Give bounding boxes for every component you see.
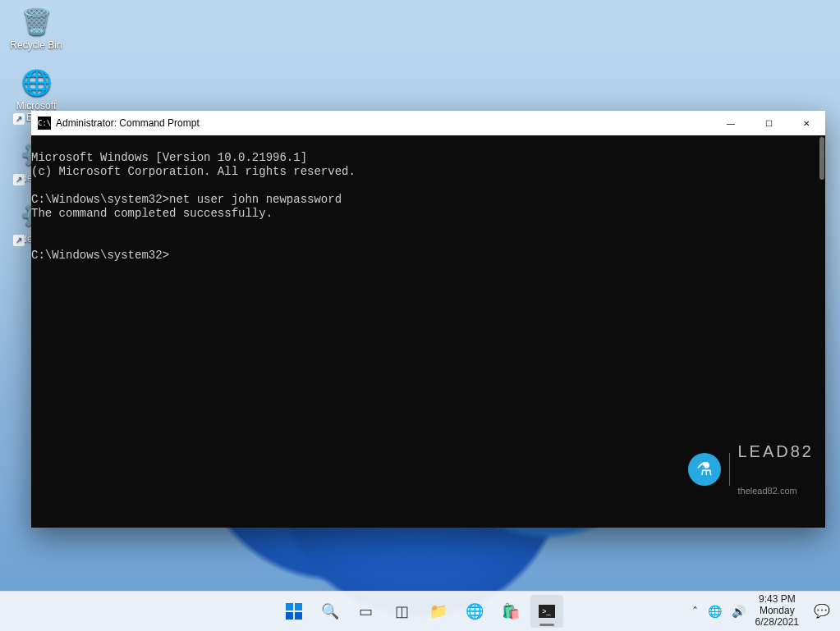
terminal-area[interactable]: Microsoft Windows [Version 10.0.21996.1]… [31, 135, 825, 528]
watermark-brand: LEAD82 [738, 442, 815, 460]
terminal-icon: >_ [539, 605, 555, 618]
edge-icon: 🌐 [466, 602, 484, 620]
widgets-icon: ◫ [395, 602, 409, 620]
store-icon: 🛍️ [502, 602, 520, 620]
windows-logo-icon [286, 603, 302, 620]
cmd-icon [38, 117, 51, 130]
terminal-scrollbar[interactable] [819, 137, 824, 180]
task-view-icon: ▭ [359, 602, 373, 620]
store-button[interactable]: 🛍️ [494, 595, 527, 628]
notifications-icon[interactable]: 💬 [809, 603, 835, 619]
start-button[interactable] [278, 595, 310, 628]
terminal-line: C:\Windows\system32>net user john newpas… [31, 193, 342, 206]
tray-overflow-icon[interactable]: ˄ [692, 605, 698, 618]
flask-icon: ⚗ [688, 453, 721, 486]
desktop-icon-label: Recycle Bin [5, 39, 67, 51]
edge-icon [20, 66, 53, 98]
desktop-icon-recycle-bin[interactable]: Recycle Bin [5, 5, 67, 51]
window-titlebar[interactable]: Administrator: Command Prompt — ☐ ✕ [31, 111, 825, 135]
widgets-button[interactable]: ◫ [386, 595, 419, 628]
taskbar-center: 🔍 ▭ ◫ 📁 🌐 🛍️ >_ [278, 595, 563, 628]
edge-button[interactable]: 🌐 [458, 595, 491, 628]
terminal-line: (c) Microsoft Corporation. All rights re… [31, 165, 356, 178]
search-icon: 🔍 [321, 602, 339, 620]
search-button[interactable]: 🔍 [314, 595, 347, 628]
clock-date: 6/28/2021 [755, 617, 799, 629]
window-title: Administrator: Command Prompt [56, 117, 200, 129]
minimize-button[interactable]: — [712, 111, 750, 135]
command-prompt-taskbar-button[interactable]: >_ [530, 595, 563, 628]
watermark-site: thelead82.com [738, 486, 815, 496]
watermark: ⚗ LEAD82 thelead82.com [688, 418, 815, 521]
network-icon[interactable]: 🌐 [708, 605, 722, 618]
clock-day: Monday [755, 606, 799, 617]
clock-time: 9:43 PM [755, 594, 799, 606]
task-view-button[interactable]: ▭ [350, 595, 383, 628]
terminal-line: C:\Windows\system32> [31, 249, 169, 262]
folder-icon: 📁 [429, 602, 448, 620]
command-prompt-window: Administrator: Command Prompt — ☐ ✕ Micr… [31, 111, 825, 528]
maximize-button[interactable]: ☐ [750, 111, 787, 135]
volume-icon[interactable]: 🔊 [732, 605, 746, 618]
terminal-line: The command completed successfully. [31, 207, 273, 220]
taskbar-clock[interactable]: 9:43 PM Monday 6/28/2021 [755, 594, 799, 628]
close-button[interactable]: ✕ [787, 111, 825, 135]
taskbar: 🔍 ▭ ◫ 📁 🌐 🛍️ >_ ˄ 🌐 🔊 9:43 PM Monday 6/2… [0, 591, 840, 631]
system-tray: ˄ 🌐 🔊 9:43 PM Monday 6/28/2021 💬 [692, 594, 835, 628]
terminal-line: Microsoft Windows [Version 10.0.21996.1] [31, 151, 307, 164]
recycle-bin-icon [20, 5, 53, 38]
file-explorer-button[interactable]: 📁 [422, 595, 455, 628]
